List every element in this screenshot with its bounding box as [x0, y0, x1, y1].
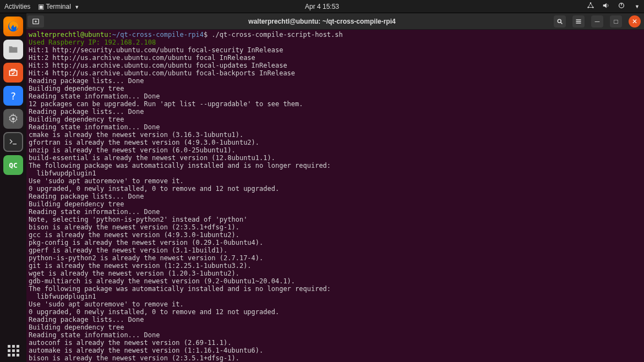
svg-point-5 — [558, 19, 561, 23]
show-applications-button[interactable] — [8, 345, 19, 356]
svg-point-7 — [12, 118, 15, 120]
dock-help[interactable]: ? — [3, 86, 23, 106]
terminal-content[interactable]: walterprechtl@ubuntu:~/qt-cross-compile-… — [26, 30, 644, 362]
dock-terminal[interactable] — [3, 132, 23, 152]
clock[interactable]: Apr 4 15:53 — [305, 3, 339, 10]
power-icon[interactable] — [618, 2, 625, 11]
terminal-menu[interactable]: ▣ Terminal ▼ — [38, 3, 79, 10]
gnome-topbar: Activities ▣ Terminal ▼ Apr 4 15:53 ▼ — [0, 0, 644, 13]
dock-qtcreator[interactable]: QC — [3, 155, 23, 175]
info-line: Used Raspberry IP: 192.168.2.108 — [29, 39, 156, 46]
prompt-sep: : — [108, 31, 112, 39]
close-button[interactable]: ✕ — [629, 15, 641, 28]
maximize-button[interactable]: □ — [610, 15, 622, 28]
minimize-button[interactable]: ─ — [591, 15, 603, 28]
terminal-output: Hit:1 http://security.ubuntu.com/ubuntu … — [29, 46, 331, 362]
dock-software[interactable] — [3, 63, 23, 83]
chevron-down-icon: ▼ — [74, 4, 79, 10]
system-menu-caret-icon[interactable]: ▼ — [635, 4, 640, 9]
volume-icon[interactable] — [602, 2, 610, 11]
window-title: walterprechtl@ubuntu: ~/qt-cross-compile… — [248, 18, 395, 25]
network-icon[interactable] — [587, 2, 594, 11]
terminal-headerbar: walterprechtl@ubuntu: ~/qt-cross-compile… — [0, 13, 644, 30]
dock: ? QC — [0, 13, 26, 362]
dock-firefox[interactable] — [3, 17, 23, 36]
dock-settings[interactable] — [3, 109, 23, 129]
activities-button[interactable]: Activities — [4, 3, 30, 10]
dock-files[interactable] — [3, 40, 23, 59]
hamburger-menu-button[interactable] — [572, 15, 585, 28]
search-button[interactable] — [554, 15, 566, 28]
prompt-dollar: $ — [204, 31, 211, 39]
terminal-menu-label: Terminal — [46, 3, 70, 10]
prompt-user: walterprechtl@ubuntu — [29, 31, 108, 39]
terminal-icon: ▣ — [38, 3, 44, 10]
new-tab-button[interactable] — [28, 15, 44, 28]
prompt-command: ./qt-cross-compile-script-host.sh — [211, 31, 342, 39]
prompt-path: ~/qt-cross-compile-rpi4 — [112, 31, 204, 39]
